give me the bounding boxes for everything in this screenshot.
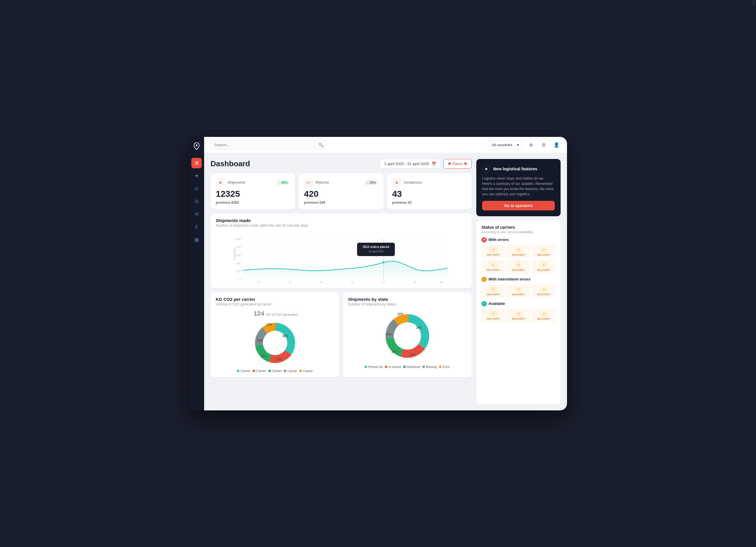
sidebar-item-starred[interactable]: ★ bbox=[191, 171, 202, 181]
country-select[interactable]: All countries ▾ bbox=[488, 141, 523, 149]
incidences-icon: ➤ bbox=[392, 178, 402, 187]
kpi-icon-label-shipments: ➤ Shipments bbox=[216, 178, 245, 187]
sidebar: ⊞ ★ ◎ ⊟ ✉ € ▦ bbox=[189, 137, 204, 410]
chart-area: 0 200 400 600 800 1,000 Shipments bbox=[216, 231, 466, 283]
sidebar-item-dashboard[interactable]: ⊞ bbox=[191, 158, 202, 168]
carrier-badge-10[interactable]: ⚡ DELIVERY bbox=[482, 309, 505, 322]
date-range-button[interactable]: 1 april 2025 - 31 april 2025 📅 bbox=[380, 159, 441, 169]
legend-dot-picked-up bbox=[365, 366, 367, 368]
date-range-text: 1 april 2025 - 31 april 2025 bbox=[384, 162, 429, 166]
legend-missing: Missing bbox=[422, 365, 437, 368]
legend-dot-missing bbox=[422, 366, 425, 368]
co2-value: 124 bbox=[254, 310, 264, 317]
svg-text:600: 600 bbox=[236, 254, 241, 257]
sidebar-item-euro[interactable]: € bbox=[191, 222, 202, 232]
carrier-intermittent-section: ! With intermittent errors ⚡ DELIVERY bbox=[482, 277, 555, 297]
add-icon-button[interactable]: ⊕ bbox=[526, 140, 536, 149]
svg-text:0: 0 bbox=[239, 278, 241, 281]
chevron-down-icon: ▾ bbox=[517, 143, 519, 147]
co2-unit: KG of CO2 generated bbox=[266, 313, 297, 316]
carrier-badge-9[interactable]: ⚡ DELIVERY bbox=[532, 284, 555, 297]
legend-label-3: Carrier bbox=[272, 369, 282, 373]
kpi-card-incidences: ➤ Incidences 43 previous 43 bbox=[387, 173, 472, 209]
promo-button[interactable]: Go to operators bbox=[482, 201, 555, 211]
svg-text:18%: 18% bbox=[260, 354, 266, 357]
carrier-badge-3[interactable]: ⚡ DELIVERY bbox=[532, 245, 555, 258]
svg-text:12: 12 bbox=[320, 280, 323, 283]
user-icon-button[interactable]: 👤 bbox=[552, 140, 561, 149]
svg-text:⚡: ⚡ bbox=[542, 287, 546, 291]
legend-dot-5 bbox=[299, 370, 302, 372]
legend-dot-2 bbox=[253, 370, 255, 372]
returns-icon: ↩ bbox=[304, 178, 313, 187]
settings-icon-button[interactable]: ⚙ bbox=[539, 140, 548, 149]
available-label: Available bbox=[488, 301, 505, 306]
kpi-card-returns: ↩ Returns ↓ 30% 420 previous 546 bbox=[299, 173, 383, 209]
svg-text:11: 11 bbox=[289, 280, 292, 283]
co2-donut-chart: 35% 20% 18% 16% 12% bbox=[252, 320, 298, 366]
legend-label-5: Carrier bbox=[303, 369, 313, 373]
user-icon: 👤 bbox=[554, 142, 559, 148]
legend-dot-1 bbox=[237, 370, 239, 372]
svg-text:⚡: ⚡ bbox=[491, 312, 495, 316]
carrier-badge-2[interactable]: ⚡ DELIVERY bbox=[507, 245, 530, 258]
svg-text:12%: 12% bbox=[397, 312, 403, 316]
shipments-state-title: Shipments by state bbox=[348, 297, 466, 302]
shipments-state-legend: Picked Up In transit Delivered bbox=[365, 365, 450, 368]
search-input[interactable] bbox=[210, 140, 326, 149]
sidebar-item-chart[interactable]: ▦ bbox=[191, 235, 202, 245]
svg-text:12%: 12% bbox=[266, 323, 272, 326]
add-icon: ⊕ bbox=[529, 142, 533, 148]
carrier-badge-6[interactable]: ⚡ DELIVERY bbox=[532, 260, 555, 273]
shipments-badge: ↑ 50% bbox=[277, 180, 290, 185]
incidences-value: 43 bbox=[392, 189, 466, 199]
co2-value-label: 124 KG of CO2 generated bbox=[252, 310, 297, 317]
warning-status-icon: ! bbox=[482, 277, 487, 282]
carrier-badge-1[interactable]: ⚡ DELIVERY bbox=[482, 245, 505, 258]
settings-icon: ⚙ bbox=[542, 142, 546, 148]
logo[interactable] bbox=[192, 142, 201, 151]
main-content: 🔍 All countries ▾ ⊕ ⚙ 👤 bbox=[204, 137, 567, 410]
returns-label: Returns bbox=[315, 180, 329, 185]
incidences-previous: previous 43 bbox=[392, 201, 466, 205]
legend-carrier-3: Carrier bbox=[268, 369, 282, 373]
carrier-badge-8[interactable]: ⚡ DELIVERY bbox=[507, 284, 530, 297]
svg-text:13: 13 bbox=[351, 280, 354, 283]
svg-text:15: 15 bbox=[413, 280, 416, 283]
legend-carrier-4: Carrier bbox=[284, 369, 297, 373]
co2-subtitle: Volume of CO2 generated by carrier bbox=[216, 302, 334, 306]
sidebar-item-location[interactable]: ◎ bbox=[191, 184, 202, 194]
sidebar-item-chat[interactable]: ✉ bbox=[191, 209, 202, 220]
legend-error: Error bbox=[439, 365, 450, 368]
carriers-title: Status of carriers bbox=[482, 225, 555, 230]
carrier-badge-12[interactable]: ⚡ DELIVERY bbox=[532, 309, 555, 322]
carrier-badge-7[interactable]: ⚡ DELIVERY bbox=[482, 284, 505, 297]
promo-star-icon: ★ bbox=[482, 165, 490, 173]
carrier-badge-5[interactable]: ⚡ DELIVERY bbox=[507, 260, 530, 273]
svg-text:20%: 20% bbox=[276, 358, 282, 361]
dashboard-header: Dashboard 1 april 2025 - 31 april 2025 📅… bbox=[211, 159, 472, 169]
carrier-errors-header: ✕ With errors bbox=[482, 237, 555, 243]
carrier-errors-section: ✕ With errors ⚡ DELIVERY bbox=[482, 237, 555, 273]
carrier-badge-4[interactable]: ⚡ DELIVERY bbox=[482, 260, 505, 273]
filters-button[interactable]: Filters bbox=[443, 159, 472, 169]
svg-text:Shipments: Shipments bbox=[233, 247, 236, 260]
sidebar-item-grid[interactable]: ⊟ bbox=[191, 196, 202, 207]
shipments-value: 12325 bbox=[216, 189, 290, 199]
dashboard-icon: ⊞ bbox=[195, 160, 199, 166]
legend-label-delivered: Delivered bbox=[407, 365, 420, 368]
legend-label-missing: Missing bbox=[426, 365, 437, 368]
svg-text:10: 10 bbox=[258, 280, 261, 283]
legend-dot-in-transit bbox=[385, 366, 387, 368]
returns-value: 420 bbox=[304, 189, 378, 199]
legend-dot-error bbox=[439, 366, 441, 368]
incidences-label: Incidences bbox=[404, 180, 422, 185]
legend-carrier-1: Carrier bbox=[237, 369, 250, 373]
carrier-badge-11[interactable]: ⚡ DELIVERY bbox=[507, 309, 530, 322]
calendar-icon: 📅 bbox=[432, 162, 436, 166]
co2-donut-section: 124 KG of CO2 generated bbox=[216, 310, 334, 373]
svg-text:⚡: ⚡ bbox=[491, 287, 495, 291]
svg-text:⚡: ⚡ bbox=[542, 312, 546, 316]
filter-dot-icon bbox=[448, 163, 451, 165]
search-box: 🔍 bbox=[210, 140, 326, 149]
